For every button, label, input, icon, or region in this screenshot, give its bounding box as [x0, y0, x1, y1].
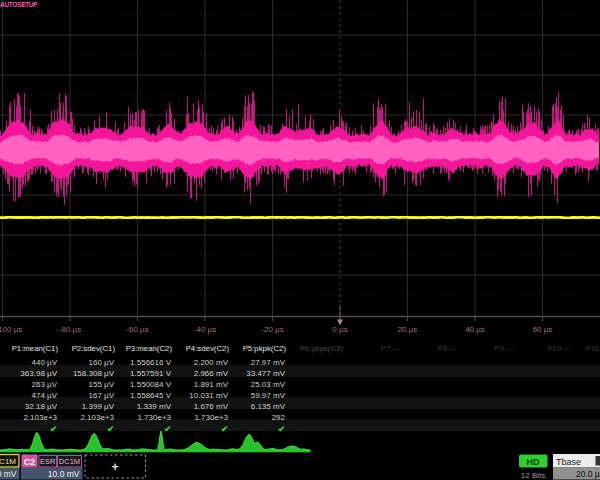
svg-text:P4:sdev(C2): P4:sdev(C2) — [186, 344, 230, 353]
svg-text:440 µV: 440 µV — [31, 358, 57, 367]
svg-text:10.0 mV: 10.0 mV — [48, 469, 80, 479]
svg-text:5.0 mV: 5.0 mV — [0, 469, 17, 479]
svg-text:1.558645 V: 1.558645 V — [130, 391, 172, 400]
svg-text:DC1M: DC1M — [0, 457, 16, 466]
svg-text:2.103e+3: 2.103e+3 — [23, 413, 57, 422]
svg-text:P11:---: P11:--- — [586, 344, 600, 353]
svg-text:1.339 mV: 1.339 mV — [137, 402, 172, 411]
svg-text:-20 µs: -20 µs — [261, 325, 283, 334]
svg-text:158.308 µV: 158.308 µV — [73, 369, 115, 378]
svg-text:292: 292 — [272, 413, 286, 422]
svg-text:1.550084 V: 1.550084 V — [130, 380, 172, 389]
svg-text:2.200 mV: 2.200 mV — [194, 358, 229, 367]
svg-text:20 µs: 20 µs — [398, 325, 418, 334]
svg-text:10.031 mV: 10.031 mV — [189, 391, 228, 400]
svg-text:Tbase: Tbase — [556, 457, 581, 467]
svg-text:-60 µs: -60 µs — [126, 325, 148, 334]
svg-text:160 µV: 160 µV — [88, 358, 114, 367]
svg-text:6.135 mV: 6.135 mV — [251, 402, 286, 411]
svg-text:1.399 µV: 1.399 µV — [82, 402, 115, 411]
svg-text:C2: C2 — [24, 457, 36, 467]
svg-text:1.557591 V: 1.557591 V — [130, 369, 172, 378]
svg-text:363.98 µV: 363.98 µV — [20, 369, 57, 378]
svg-text:60 µs: 60 µs — [533, 325, 553, 334]
svg-text:0 µs: 0 µs — [332, 325, 347, 334]
svg-text:1.891 mV: 1.891 mV — [194, 380, 229, 389]
svg-text:P1:mean(C1): P1:mean(C1) — [12, 344, 59, 353]
svg-text:2.103e+3: 2.103e+3 — [80, 413, 114, 422]
svg-text:✔: ✔ — [50, 424, 57, 434]
svg-text:40 µs: 40 µs — [465, 325, 485, 334]
svg-text:33.477 mV: 33.477 mV — [246, 369, 285, 378]
svg-text:155 µV: 155 µV — [88, 380, 114, 389]
svg-text:✔: ✔ — [278, 424, 285, 434]
svg-text:1.676 mV: 1.676 mV — [194, 402, 229, 411]
svg-text:263 µV: 263 µV — [31, 380, 57, 389]
svg-text:1.556616 V: 1.556616 V — [130, 358, 172, 367]
svg-text:✔: ✔ — [221, 424, 228, 434]
svg-text:+: + — [111, 460, 118, 474]
svg-text:P6:pkpk(C3): P6:pkpk(C3) — [300, 344, 344, 353]
svg-text:1.730e+3: 1.730e+3 — [194, 413, 228, 422]
svg-text:-80 µs: -80 µs — [59, 325, 81, 334]
svg-text:P5:pkpk(C2): P5:pkpk(C2) — [243, 344, 287, 353]
svg-text:✔: ✔ — [164, 424, 171, 434]
svg-text:✔: ✔ — [107, 424, 114, 434]
svg-text:-100 µs: -100 µs — [0, 325, 22, 334]
svg-text:AUTOSETUP: AUTOSETUP — [0, 1, 38, 8]
svg-text:474 µV: 474 µV — [31, 391, 57, 400]
svg-text:P10:---: P10:--- — [547, 344, 571, 353]
svg-text:P3:mean(C2): P3:mean(C2) — [126, 344, 173, 353]
svg-text:2.966 mV: 2.966 mV — [194, 369, 229, 378]
svg-text:167 µV: 167 µV — [88, 391, 114, 400]
svg-text:20.0 µs: 20.0 µs — [576, 469, 600, 479]
svg-text:-40 µs: -40 µs — [194, 325, 216, 334]
svg-text:59.97 mV: 59.97 mV — [251, 391, 286, 400]
svg-text:1.730e+3: 1.730e+3 — [137, 413, 171, 422]
svg-text:P2:sdev(C1): P2:sdev(C1) — [72, 344, 116, 353]
svg-text:HD: HD — [527, 457, 540, 467]
svg-text:P8:---: P8:--- — [438, 344, 458, 353]
svg-text:12 Bits: 12 Bits — [521, 471, 545, 480]
svg-text:P9:---: P9:--- — [495, 344, 515, 353]
svg-text:32.18 µV: 32.18 µV — [25, 402, 58, 411]
svg-text:25.03 mV: 25.03 mV — [251, 380, 286, 389]
svg-text:ESR: ESR — [40, 457, 56, 466]
svg-text:DC1M: DC1M — [59, 457, 80, 466]
svg-text:27.97 mV: 27.97 mV — [251, 358, 286, 367]
svg-text:P7:---: P7:--- — [381, 344, 401, 353]
